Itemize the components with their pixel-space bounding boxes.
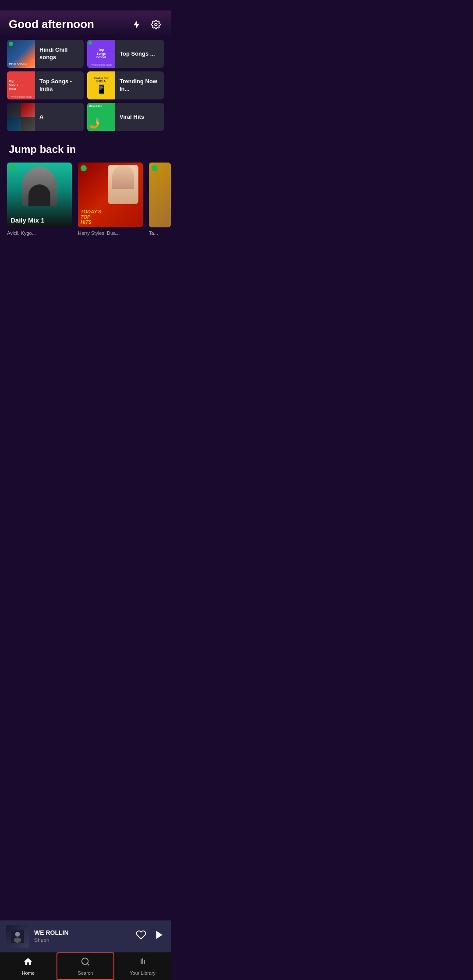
grid-card-top-songs-india[interactable]: TopSongsIndia ↗ Weekly Music Charts Top … bbox=[7, 71, 84, 99]
grid-card-label-hindi-chill: Hindi Chill songs bbox=[35, 46, 84, 61]
grid-card-img-hindi-chill bbox=[7, 40, 35, 68]
album-subtitle-third: Ta... bbox=[149, 230, 171, 236]
jump-back-in-title: Jump back in bbox=[0, 131, 171, 163]
grid-card-label-top-songs-india: Top Songs - India bbox=[35, 78, 84, 93]
grid-card-img-viral-hits: Viral Hits 🤳 bbox=[87, 103, 115, 131]
grid-card-label-viral-hits: Viral Hits bbox=[115, 113, 148, 121]
grid-card-label-trending-india: Trending Now In... bbox=[115, 78, 164, 93]
album-art-daily-mix: Daily Mix 1 bbox=[7, 163, 72, 227]
page-title: Good afternoon bbox=[9, 18, 131, 31]
grid-card-img-collage bbox=[7, 103, 35, 131]
jump-back-scroll[interactable]: Daily Mix 1 Avicii, Kygo... TODAY'STOPHI… bbox=[0, 163, 171, 243]
grid-card-viral-hits[interactable]: Viral Hits 🤳 Viral Hits bbox=[87, 103, 164, 131]
grid-card-collage[interactable]: A bbox=[7, 103, 84, 131]
album-subtitle-daily-mix: Avicii, Kygo... bbox=[7, 230, 72, 236]
album-subtitle-todays-top-hits: Harry Styles, Dua... bbox=[78, 230, 143, 236]
header-icons bbox=[131, 18, 162, 31]
main-content: Good afternoon Hindi Ch bbox=[0, 0, 171, 304]
grid-card-label-collage: A bbox=[35, 113, 48, 121]
grid-card-label-top-songs-global: Top Songs ... bbox=[115, 50, 159, 58]
svg-point-0 bbox=[155, 23, 157, 26]
status-bar bbox=[0, 0, 171, 11]
album-art-third bbox=[149, 163, 171, 227]
album-card-third[interactable]: Ta... bbox=[149, 163, 171, 236]
daily-mix-label: Daily Mix 1 bbox=[11, 216, 45, 224]
album-card-daily-mix[interactable]: Daily Mix 1 Avicii, Kygo... bbox=[7, 163, 72, 236]
grid-card-img-trending-india: Trending Now INDIA 📱 bbox=[87, 71, 115, 99]
grid-card-img-top-songs-india: TopSongsIndia ↗ Weekly Music Charts bbox=[7, 71, 35, 99]
lightning-icon[interactable] bbox=[131, 18, 143, 31]
grid-card-trending-india[interactable]: Trending Now INDIA 📱 Trending Now In... bbox=[87, 71, 164, 99]
header: Good afternoon bbox=[0, 11, 171, 36]
grid-card-hindi-chill[interactable]: Hindi Chill songs bbox=[7, 40, 84, 68]
quick-access-grid: Hindi Chill songs TopSongsGlobal ↗ Weekl… bbox=[0, 36, 171, 131]
grid-card-img-top-songs-global: TopSongsGlobal ↗ Weekly Music Charts bbox=[87, 40, 115, 68]
grid-card-top-songs-global[interactable]: TopSongsGlobal ↗ Weekly Music Charts Top… bbox=[87, 40, 164, 68]
settings-icon[interactable] bbox=[150, 18, 162, 31]
album-art-todays-top-hits: TODAY'STOPHITS bbox=[78, 163, 143, 227]
album-card-todays-top-hits[interactable]: TODAY'STOPHITS Harry Styles, Dua... bbox=[78, 163, 143, 236]
